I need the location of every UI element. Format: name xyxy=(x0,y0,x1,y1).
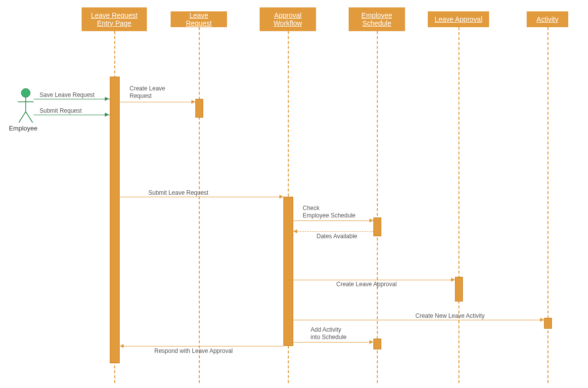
msg-submit-request-label: Submit Request xyxy=(40,107,82,115)
msg-create-leave-request-label: Create Leave Request xyxy=(130,85,165,100)
msg-submit-leave-request-label: Submit Leave Request xyxy=(148,189,208,197)
arrow-icon xyxy=(120,344,124,348)
arrow-icon xyxy=(369,340,373,344)
msg-save-leave-request-label: Save Leave Request xyxy=(40,91,94,99)
lifeline-p2 xyxy=(199,27,200,383)
svg-line-3 xyxy=(19,112,26,123)
activation-p1 xyxy=(110,77,120,363)
lifeline-p6 xyxy=(547,27,548,383)
arrow-icon xyxy=(451,278,455,282)
activation-p5 xyxy=(455,277,463,302)
msg-add-activity-label: Add Activity into Schedule xyxy=(311,326,347,341)
participant-leave-request: Leave Request xyxy=(171,11,227,27)
participant-activity: Activity xyxy=(527,11,568,27)
participant-approval-workflow: Approval Workflow xyxy=(260,7,316,31)
participant-leave-approval: Leave Approval xyxy=(428,11,489,27)
msg-submit-leave-request-line xyxy=(120,197,283,197)
arrow-icon xyxy=(191,100,195,104)
activation-p3 xyxy=(283,197,293,346)
arrow-icon xyxy=(105,97,109,101)
arrow-icon xyxy=(279,195,283,199)
text-label: Leave Request xyxy=(177,11,221,27)
msg-dates-available-label: Dates Available xyxy=(317,233,358,240)
msg-create-activity-line xyxy=(293,320,544,320)
text-label: Leave Approval xyxy=(435,15,483,23)
text-label: Approval Workflow xyxy=(266,11,310,27)
activation-p6 xyxy=(544,318,552,329)
text-label: Employee Schedule xyxy=(355,11,399,27)
text-label: Leave Request Entry Page xyxy=(88,11,141,27)
activation-p4-1 xyxy=(373,217,381,236)
msg-respond-approval-line xyxy=(124,346,283,346)
msg-check-schedule-label: Check Employee Schedule xyxy=(303,205,356,219)
svg-point-0 xyxy=(21,88,30,97)
arrow-icon xyxy=(369,218,373,222)
arrow-icon xyxy=(540,318,544,322)
msg-create-leave-request-line xyxy=(120,102,195,102)
msg-add-activity-line xyxy=(293,342,373,343)
arrow-icon xyxy=(293,229,297,233)
lifeline-p5 xyxy=(458,27,459,383)
msg-respond-approval-label: Respond with Leave Approval xyxy=(154,347,233,355)
participant-leave-request-entry-page: Leave Request Entry Page xyxy=(82,7,147,31)
actor-icon xyxy=(16,88,36,124)
arrow-icon xyxy=(105,113,109,117)
activation-p2 xyxy=(195,99,203,118)
msg-create-activity-label: Create New Leave Activity xyxy=(415,312,485,320)
msg-save-leave-request-line xyxy=(34,99,110,99)
participant-employee-schedule: Employee Schedule xyxy=(349,7,405,31)
msg-check-schedule-line xyxy=(293,220,373,221)
msg-dates-available-line xyxy=(297,231,373,232)
lifeline-p4 xyxy=(377,31,378,383)
svg-line-4 xyxy=(26,112,33,123)
actor-label: Employee xyxy=(9,125,38,132)
actor-employee xyxy=(16,88,36,126)
msg-submit-request-line xyxy=(34,115,110,115)
activation-p4-2 xyxy=(373,339,381,349)
msg-create-leave-approval-line xyxy=(293,280,455,280)
text-label: Activity xyxy=(537,15,558,23)
msg-create-leave-approval-label: Create Leave Approval xyxy=(336,281,397,288)
